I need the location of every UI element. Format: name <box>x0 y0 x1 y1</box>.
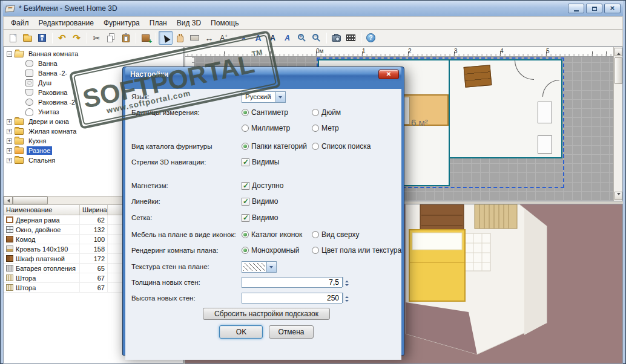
redo-button[interactable]: ↷ <box>70 31 84 45</box>
scroll-left-button[interactable] <box>4 197 13 204</box>
window-icon <box>6 226 13 233</box>
expand-icon[interactable] <box>7 129 12 134</box>
create-photo-button[interactable] <box>329 31 343 45</box>
menu-furniture[interactable]: Фурнитура <box>99 18 145 28</box>
radio-meter[interactable]: Метр <box>312 124 339 132</box>
undo-button[interactable]: ↶ <box>55 31 69 45</box>
menu-3d-view[interactable]: Вид 3D <box>172 18 206 28</box>
reset-tips-button[interactable]: Сбросить настройки подсказок <box>203 308 330 320</box>
checkbox-nav-arrows-visible[interactable]: Видимы <box>242 158 279 166</box>
folder-icon <box>15 138 24 145</box>
hatch-swatch <box>243 263 265 271</box>
menu-help[interactable]: Помощь <box>206 18 243 28</box>
toolbar-separator <box>136 33 136 44</box>
paste-button[interactable] <box>119 31 133 45</box>
checkbox-grid-visible[interactable]: Видимо <box>242 213 278 222</box>
wall-height-input[interactable] <box>242 293 342 304</box>
expand-icon[interactable] <box>7 148 12 154</box>
dialog-close-button[interactable] <box>378 70 399 79</box>
select-arrow-icon <box>161 33 170 42</box>
folder-icon <box>15 128 24 135</box>
open-button[interactable] <box>21 31 35 45</box>
cut-button[interactable]: ✂ <box>90 31 104 45</box>
curtain-icon <box>6 284 13 291</box>
window-titlebar[interactable]: * БезИмени - Sweet Home 3D <box>3 1 623 16</box>
copy-button[interactable] <box>104 31 118 45</box>
wall-height-spinner[interactable] <box>242 293 312 304</box>
wardrobe-icon <box>6 255 13 262</box>
select-tool-button[interactable] <box>159 31 173 45</box>
radio-top-view[interactable]: Вид сверху <box>312 230 360 239</box>
create-walls-button[interactable] <box>188 31 202 45</box>
cancel-button[interactable]: Отмена <box>269 325 313 339</box>
close-button[interactable] <box>604 4 621 13</box>
scroll-down-button[interactable] <box>614 192 622 200</box>
toolbar-separator <box>52 33 53 44</box>
checkbox-rulers-visible[interactable]: Видимо <box>242 197 278 206</box>
menu-plan[interactable]: План <box>145 18 172 28</box>
hand-icon <box>177 35 183 42</box>
toolbar-separator <box>156 33 156 44</box>
spin-down-button[interactable] <box>342 282 343 287</box>
checkbox-magnetism-enabled[interactable]: Доступно <box>242 181 283 190</box>
column-header-name[interactable]: Наименование <box>4 205 80 215</box>
help-button[interactable]: ? <box>364 31 378 45</box>
bed-icon <box>6 245 13 252</box>
save-icon <box>38 34 46 42</box>
column-header-width[interactable]: Ширина <box>80 205 108 215</box>
toilet-icon <box>25 108 33 115</box>
wall-thickness-input[interactable] <box>242 277 342 288</box>
3d-lattice[interactable] <box>465 233 490 271</box>
nav-arrows-label: Стрелки 3D навигации: <box>131 158 242 166</box>
dimension-arrows-icon: ↔ <box>205 33 214 43</box>
furniture-icons-label: Мебель на плане в виде иконок: <box>131 231 242 238</box>
expand-icon[interactable] <box>7 119 12 125</box>
radio-monochrome[interactable]: Монохромный <box>242 246 300 255</box>
save-button[interactable] <box>35 31 49 45</box>
radio-inch[interactable]: Дюйм <box>312 108 341 117</box>
maximize-button[interactable] <box>586 4 602 13</box>
add-furniture-button[interactable] <box>139 31 153 45</box>
scrollbar-thumb[interactable] <box>13 197 48 204</box>
radio-search-list[interactable]: Список поиска <box>312 142 371 151</box>
window-controls <box>566 4 621 13</box>
ok-button[interactable]: OK <box>219 325 263 339</box>
zoom-in-button[interactable] <box>295 31 309 45</box>
pan-tool-button[interactable] <box>173 31 187 45</box>
scrollbar-thumb[interactable] <box>614 57 622 84</box>
radio-centimeter[interactable]: Сантиметр <box>242 108 288 117</box>
3d-wall-shading <box>524 209 547 335</box>
plan-vertical-scrollbar[interactable] <box>613 47 622 201</box>
menu-edit[interactable]: Редактирование <box>34 18 99 28</box>
3d-window-shutters[interactable] <box>475 204 517 229</box>
door-frame-icon <box>6 216 13 223</box>
3d-bed-pillow <box>412 233 462 250</box>
zoom-out-button[interactable] <box>309 31 323 45</box>
folder-icon <box>15 157 24 164</box>
wall-thickness-spinner[interactable] <box>242 277 312 288</box>
italic-button[interactable]: A <box>280 31 294 45</box>
new-document-icon <box>10 34 16 42</box>
radio-category-folders[interactable]: Папки категорий <box>242 142 307 151</box>
expand-icon[interactable] <box>7 138 12 144</box>
radio-icon-catalog[interactable]: Каталог иконок <box>242 230 302 239</box>
toolbar-separator <box>361 33 361 44</box>
zoom-out-icon <box>312 34 318 40</box>
minimize-button[interactable] <box>568 4 584 13</box>
radio-icon <box>242 231 249 238</box>
scroll-up-button[interactable] <box>614 48 622 56</box>
radio-floor-color-texture[interactable]: Цвет пола или текстура <box>312 246 401 255</box>
wall-texture-select[interactable] <box>242 261 277 273</box>
collapse-icon[interactable] <box>7 51 12 57</box>
radio-icon <box>242 143 249 150</box>
new-button[interactable] <box>6 31 20 45</box>
menu-file[interactable]: Файл <box>6 18 34 28</box>
radio-millimeter[interactable]: Миллиметр <box>242 124 290 132</box>
create-video-button[interactable] <box>344 31 358 45</box>
shower-icon <box>25 79 33 86</box>
expand-icon[interactable] <box>7 158 12 163</box>
curtain-icon <box>6 275 13 281</box>
screen: * БезИмени - Sweet Home 3D Файл Редактир… <box>0 0 626 364</box>
dresser-icon <box>6 236 13 242</box>
spin-down-button[interactable] <box>342 297 343 303</box>
